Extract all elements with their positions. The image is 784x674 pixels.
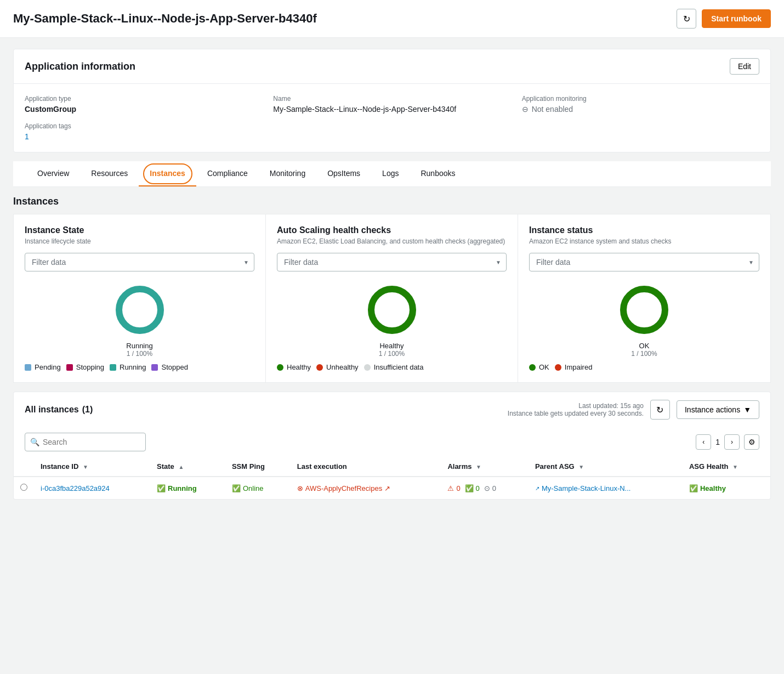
parent-asg-link[interactable]: ↗ My-Sample-Stack-Linux-N...: [535, 484, 676, 492]
panel-status-subtitle: Amazon EC2 instance system and status ch…: [529, 237, 759, 245]
tab-monitoring[interactable]: Monitoring: [259, 161, 316, 186]
app-name-value: My-Sample-Stack--Linux--Node-js-App-Serv…: [273, 105, 510, 114]
col-alarms-header[interactable]: Alarms ▼: [441, 457, 529, 477]
asg-health-text: Healthy: [700, 484, 726, 492]
col-asg-health-header[interactable]: ASG Health ▼: [683, 457, 770, 477]
execution-error-status: ⊗ AWS-ApplyChefRecipes ↗: [297, 484, 435, 492]
instances-section-title: Instances: [13, 187, 771, 214]
sort-instance-id-icon: ▼: [83, 464, 88, 470]
alarm-warning-icon: ⚠: [447, 484, 454, 492]
app-type-value: CustomGroup: [25, 105, 262, 114]
start-runbook-button[interactable]: Start runbook: [702, 9, 771, 28]
tab-opsitems[interactable]: OpsItems: [316, 161, 371, 186]
search-icon: 🔍: [30, 438, 39, 446]
col-execution-header[interactable]: Last execution: [291, 457, 441, 477]
col-instance-id-header[interactable]: Instance ID ▼: [34, 457, 150, 477]
tab-instances[interactable]: Instances: [139, 161, 196, 186]
status-donut-sublabel: 1 / 100%: [631, 350, 657, 358]
panel-state-donut-container: Running 1 / 100%: [25, 282, 254, 358]
tab-overview[interactable]: Overview: [26, 161, 80, 186]
legend-running: Running: [110, 363, 146, 371]
legend-unhealthy: Unhealthy: [316, 363, 359, 371]
tab-resources[interactable]: Resources: [80, 161, 139, 186]
panel-status-filter[interactable]: Filter data: [529, 253, 759, 271]
state-text: Running: [168, 484, 197, 492]
tab-compliance[interactable]: Compliance: [196, 161, 259, 186]
panel-autoscaling: Auto Scaling health checks Amazon EC2, E…: [266, 214, 518, 382]
svg-point-5: [623, 289, 665, 331]
row-asg-health: ✅ Healthy: [683, 477, 770, 499]
page-header: My-Sample-Stack--Linux--Node-js-App-Serv…: [0, 0, 784, 38]
last-updated-text: Last updated: 15s ago: [508, 402, 644, 410]
row-last-execution: ⊗ AWS-ApplyChefRecipes ↗: [291, 477, 441, 499]
legend-running-dot: [110, 364, 116, 371]
panel-state-title: Instance State: [25, 225, 254, 235]
tabs-bar: Overview Resources Instances Compliance …: [13, 161, 771, 187]
legend-unhealthy-dot: [316, 364, 323, 371]
update-note-text: Instance table gets updated every 30 sec…: [508, 410, 644, 417]
panel-state-filter[interactable]: Filter data: [25, 253, 254, 271]
status-donut-svg: [617, 282, 672, 337]
panel-state-subtitle: Instance lifecycle state: [25, 237, 254, 245]
ssm-status: ✅ Online: [232, 484, 284, 492]
refresh-button[interactable]: ↻: [677, 9, 696, 29]
header-actions: ↻ Start runbook: [677, 9, 771, 29]
col-parent-asg-header[interactable]: Parent ASG ▼: [529, 457, 683, 477]
table-refresh-button[interactable]: ↻: [650, 400, 670, 420]
legend-ok-dot: [529, 364, 536, 371]
instance-actions-button[interactable]: Instance actions ▼: [677, 400, 759, 419]
legend-pending-dot: [25, 364, 31, 371]
col-state-header[interactable]: State ▲: [150, 457, 225, 477]
table-settings-button[interactable]: ⚙: [744, 434, 759, 450]
legend-healthy-dot: [277, 364, 283, 371]
alarm-ok-icon: ✅: [465, 484, 474, 492]
app-tags-link[interactable]: 1: [25, 132, 29, 141]
prev-page-button[interactable]: ‹: [696, 434, 711, 450]
row-parent-asg: ↗ My-Sample-Stack-Linux-N...: [529, 477, 683, 499]
legend-ok: OK: [529, 363, 549, 371]
edit-button[interactable]: Edit: [730, 58, 759, 75]
execution-link[interactable]: AWS-ApplyChefRecipes ↗: [305, 484, 390, 492]
next-page-button[interactable]: ›: [724, 434, 740, 450]
row-radio[interactable]: [20, 484, 27, 491]
asg-donut-label: Healthy: [379, 342, 404, 350]
app-monitoring-label: Application monitoring: [522, 95, 759, 103]
panel-asg-title: Auto Scaling health checks: [277, 225, 507, 235]
alarm-warning-badge: ⚠ 0: [447, 484, 460, 492]
panel-status-filter-wrapper: Filter data: [529, 253, 759, 271]
page-number: 1: [715, 438, 720, 446]
tab-runbooks[interactable]: Runbooks: [410, 161, 466, 186]
state-donut-label: Running: [126, 342, 152, 350]
panel-asg-filter[interactable]: Filter data: [277, 253, 507, 271]
state-donut-sublabel: 1 / 100%: [127, 350, 152, 358]
table-row: i-0ca3fba229a52a924 ✅ Running ✅ Online: [14, 477, 770, 499]
sort-asg-health-icon: ▼: [732, 464, 738, 470]
panel-asg-filter-wrapper: Filter data: [277, 253, 507, 271]
app-name-column: Name My-Sample-Stack--Linux--Node-js-App…: [273, 95, 510, 141]
col-ssm-header[interactable]: SSM Ping: [225, 457, 291, 477]
instance-id-link[interactable]: i-0ca3fba229a52a924: [41, 484, 144, 492]
instance-actions-chevron: ▼: [743, 405, 751, 414]
alarm-badges: ⚠ 0 ✅ 0 ⊙ 0: [447, 484, 522, 492]
app-info-card-body: Application type CustomGroup Application…: [14, 84, 770, 152]
panel-asg-subtitle: Amazon EC2, Elastic Load Balancing, and …: [277, 237, 507, 245]
app-monitoring-value: ⊖ Not enabled: [522, 105, 759, 114]
panel-state-filter-wrapper: Filter data: [25, 253, 254, 271]
legend-stopping-dot: [66, 364, 73, 371]
all-instances-count: (1): [82, 405, 93, 415]
legend-stopped: Stopped: [151, 363, 188, 371]
pagination-row: ‹ 1 › ⚙: [696, 434, 759, 450]
not-enabled-text: Not enabled: [532, 105, 573, 114]
legend-insufficient-dot: [364, 364, 371, 371]
alarm-info-badge: ⊙ 0: [484, 484, 496, 492]
asg-health-icon: ✅: [689, 484, 698, 492]
row-alarms: ⚠ 0 ✅ 0 ⊙ 0: [441, 477, 529, 499]
search-input-wrapper: 🔍: [25, 433, 146, 451]
search-input[interactable]: [25, 433, 146, 451]
app-tags-label: Application tags: [25, 122, 262, 130]
all-instances-header: All instances (1) Last updated: 15s ago …: [13, 392, 771, 427]
tab-logs[interactable]: Logs: [371, 161, 410, 186]
legend-stopped-dot: [151, 364, 158, 371]
all-instances-right: Last updated: 15s ago Instance table get…: [508, 400, 759, 420]
status-legend: OK Impaired: [529, 363, 759, 371]
